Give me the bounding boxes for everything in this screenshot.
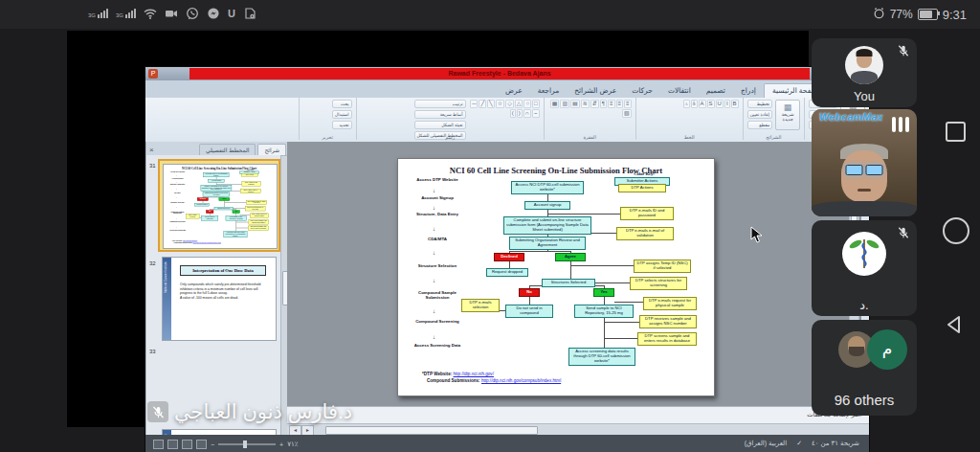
spellcheck-icon[interactable]: ✓ [796, 440, 802, 447]
flow-node: DTP Actions [241, 173, 258, 176]
flow-node: DTP e-mails selection [186, 214, 199, 218]
ribbon-tab-5[interactable]: حركات [624, 84, 660, 98]
participant-tile-others[interactable]: م 96 others [812, 320, 917, 416]
ribbon-command[interactable]: تعبئة الشكل [414, 121, 466, 129]
flow-rail-label: Compound Screening [167, 221, 189, 223]
powerpoint-icon: P [148, 69, 158, 79]
ribbon-glyph-button[interactable]: ꞻ [691, 100, 698, 108]
flow-node: DTP assigns Temp ID (NSC) if selected [247, 200, 267, 205]
flow-connector [593, 282, 630, 283]
ribbon-glyph-button[interactable]: ▧ [622, 109, 632, 118]
ribbon-glyph-button[interactable]: ( [517, 109, 523, 118]
speaking-indicator-icon [892, 117, 909, 132]
sorter-view-icon[interactable] [167, 440, 178, 449]
ribbon-command[interactable]: مقطع [747, 121, 772, 129]
flow-node: DTP receives sample and assigns NSC numb… [639, 315, 697, 328]
ribbon-tab-7[interactable]: مراجعة [530, 84, 568, 98]
participant-tile-webcam[interactable]: WebcamMax [812, 109, 917, 216]
flow-rail-label: Access DTP Website [167, 171, 189, 173]
ribbon-tab-8[interactable]: عرض [498, 84, 530, 98]
ribbon-glyph-button[interactable]: U [716, 100, 724, 108]
messenger-icon [207, 7, 220, 20]
tab-slides[interactable]: شرائح [257, 144, 286, 155]
hyperlink[interactable]: http://dtp.nci.nih.gov/compsub/index.htm… [481, 378, 561, 383]
notes-pane[interactable]: انقر لإضافة ملاحظات [287, 406, 869, 423]
flow-rail-label: Compound Screening [406, 320, 469, 325]
ribbon-glyph-button[interactable]: ≋ [581, 100, 590, 108]
status-icons-right: 77% 9:31 [873, 6, 967, 23]
ribbon-glyph-button[interactable]: ≡ [608, 100, 615, 108]
ribbon-glyph-button[interactable]: △ [515, 100, 523, 108]
zoom-in-icon[interactable]: + [279, 441, 283, 448]
ribbon-glyph-button[interactable]: ◇ [505, 100, 514, 108]
ribbon-glyph-button[interactable]: I [724, 100, 730, 108]
zoom-slider[interactable] [218, 443, 276, 445]
ribbon-glyph-button[interactable]: ▥ [560, 100, 569, 108]
ribbon-glyph-button[interactable]: ≡ [624, 100, 632, 108]
flow-rail-label: Access Screening Data [406, 344, 469, 349]
ribbon-command[interactable]: إعادة تعيين [747, 110, 772, 119]
back-button[interactable] [944, 314, 965, 335]
headset-icon [873, 6, 885, 23]
reading-view-icon[interactable] [182, 440, 192, 449]
participant-tile-you[interactable]: You [812, 38, 917, 107]
video-camera-icon [165, 7, 178, 20]
hyperlink[interactable]: http://dtp.nci.nih.gov/ [454, 372, 494, 376]
ribbon-glyph-button[interactable]: ╲ [487, 100, 495, 108]
tab-outline[interactable]: المخطط التفصيلي [199, 144, 256, 155]
slide-thumbnail-32[interactable]: National Cancer Institute Interpretation… [162, 257, 277, 341]
current-slide[interactable]: NCI 60 Cell Line Screening On-Line Submi… [397, 158, 715, 396]
3g-signal-icon: 3G [88, 9, 108, 18]
home-button[interactable] [943, 217, 969, 244]
ribbon-glyph-button[interactable]: B [731, 100, 739, 108]
title-bar[interactable]: P Rawad Freestyle - Bedava Ajans – ▢ × [145, 67, 869, 80]
participant-label: You [812, 89, 917, 103]
language-indicator[interactable]: العربية (العراق) [745, 440, 787, 447]
zoom-out-icon[interactable]: − [211, 441, 214, 448]
ribbon-glyph-button[interactable]: □ [532, 100, 540, 108]
flow-node: Complete and submit on-line structure su… [201, 185, 232, 192]
ribbon-glyph-button[interactable]: A [699, 100, 706, 108]
ribbon-glyph-button[interactable]: ▤ [570, 100, 580, 108]
new-slide-button[interactable]: شريحة جديدة [775, 100, 800, 130]
flow-node: DTP assigns Temp ID (NSC) if selected [634, 260, 691, 273]
ribbon-group-drawing: □○△◇☆╲╱─~∩() ترتيبأنماط سريعةتعبئة الشكل… [356, 98, 544, 140]
ribbon-glyph-button[interactable]: ꭺ [683, 100, 690, 108]
ribbon-glyph-button[interactable]: ⇵ [590, 100, 599, 108]
ribbon-glyph-button[interactable]: ○ [523, 100, 531, 108]
normal-view-icon[interactable] [153, 440, 164, 449]
ribbon-glyph-button[interactable]: ╱ [479, 100, 486, 108]
ribbon-glyph-button[interactable]: ) [510, 109, 516, 118]
slide-thumbnail-31[interactable]: NCI 60 Cell Line Screening On-Line Submi… [158, 159, 280, 252]
ribbon-tab-6[interactable]: عرض الشرائح [567, 84, 624, 98]
ribbon-glyph-button[interactable]: ∩ [523, 109, 531, 118]
ribbon-command[interactable]: تخطيط [747, 100, 772, 108]
ribbon-glyph-button[interactable]: ¶ [600, 100, 607, 108]
ribbon-glyph-button[interactable]: ▦ [550, 100, 560, 108]
ribbon-tab-2[interactable]: إدراج [733, 84, 764, 98]
flow-node: DTP selects structures for screening [630, 277, 687, 290]
ribbon-command[interactable]: تحديد [332, 121, 352, 129]
flow-connector [605, 322, 639, 323]
flow-rail-arrow: ↓ [176, 175, 177, 177]
participant-tile-doctor[interactable]: د. [812, 220, 917, 316]
ribbon-glyph-button[interactable]: ─ [470, 100, 478, 108]
ribbon-command[interactable]: استبدال [332, 110, 352, 119]
ribbon-command[interactable]: ترتيب [414, 100, 466, 108]
ribbon-glyph-button[interactable]: ☆ [496, 100, 504, 108]
ribbon-tabs: ملفالصفحة الرئيسيةإدراجتصميمانتقالاتحركا… [145, 80, 869, 98]
ribbon-command[interactable]: بحث [332, 100, 352, 108]
ribbon-glyph-button[interactable]: ≡ [616, 100, 624, 108]
ribbon-command[interactable]: أنماط سريعة [414, 110, 466, 119]
ribbon-glyph-button[interactable]: ~ [532, 109, 540, 118]
flow-node: DTP e-mails selection [461, 299, 500, 312]
ribbon-tab-4[interactable]: انتقالات [660, 84, 699, 98]
flow-rail-arrow: ↓ [176, 189, 177, 191]
flow-node: Access NCI DTP 60-cell submission websit… [511, 181, 584, 194]
ribbon-glyph-button[interactable]: S [707, 100, 715, 108]
recent-apps-button[interactable] [946, 122, 966, 142]
panel-close-icon[interactable]: × [149, 146, 154, 155]
slideshow-view-icon[interactable] [196, 440, 207, 449]
ribbon-tab-3[interactable]: تصميم [699, 84, 733, 98]
hyperlink[interactable]: http://dtp.nci.nih.gov/compsub/index.htm… [193, 242, 221, 244]
